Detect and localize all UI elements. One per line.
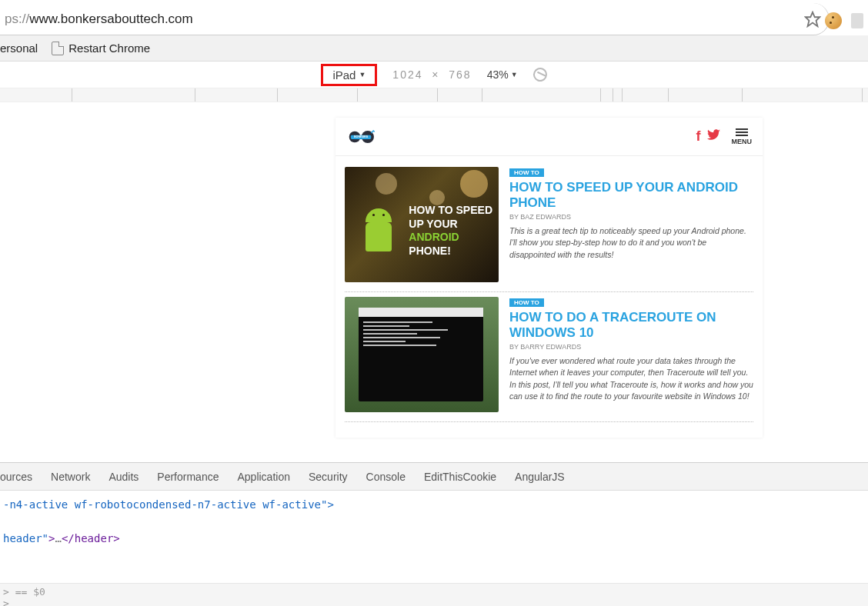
article-author: BY BARRY EDWARDS	[509, 343, 753, 351]
article-title[interactable]: HOW TO SPEED UP YOUR ANDROID PHONE	[509, 180, 753, 210]
bookmark-personal[interactable]: ersonal	[0, 42, 38, 55]
menu-button[interactable]: MENU	[732, 128, 753, 145]
extension-icon[interactable]	[851, 13, 863, 28]
site-frame[interactable]: BONKERS f MENU	[336, 118, 763, 438]
svg-marker-0	[806, 12, 820, 25]
device-selector[interactable]: iPad▼	[321, 64, 377, 86]
ruler	[0, 88, 868, 102]
twitter-icon[interactable]	[707, 128, 721, 142]
url-text[interactable]: ps://www.bonkersabouttech.com	[0, 12, 804, 27]
site-header: BONKERS f MENU	[336, 118, 763, 156]
tab-network[interactable]: Network	[51, 471, 90, 483]
bookmark-restart-chrome[interactable]: Restart Chrome	[52, 42, 150, 55]
article-excerpt: If you've ever wondered what route your …	[509, 355, 753, 402]
hamburger-icon	[736, 128, 748, 136]
devtools-tabs: ources Network Audits Performance Applic…	[0, 463, 868, 491]
devtools-breadcrumb[interactable]: > == $0 >	[0, 583, 868, 606]
article-excerpt: This is a great tech tip to noticeably s…	[509, 225, 753, 261]
zoom-selector[interactable]: 43%▼	[487, 68, 518, 81]
tab-angularjs[interactable]: AngularJS	[515, 471, 565, 483]
article-thumbnail[interactable]: HOW TO SPEED UP YOUR ANDROID PHONE!	[345, 167, 499, 282]
tab-application[interactable]: Application	[237, 471, 290, 483]
devtools-panel: ources Network Audits Performance Applic…	[0, 462, 868, 606]
tab-editthiscookie[interactable]: EditThisCookie	[424, 471, 496, 483]
category-badge[interactable]: HOW TO	[509, 168, 544, 177]
tab-audits[interactable]: Audits	[108, 471, 139, 483]
preview-area: BONKERS f MENU	[0, 102, 868, 462]
tab-sources[interactable]: ources	[0, 471, 32, 483]
facebook-icon[interactable]: f	[696, 128, 701, 145]
tab-security[interactable]: Security	[309, 471, 348, 483]
rotate-icon[interactable]	[531, 65, 549, 83]
tab-performance[interactable]: Performance	[157, 471, 219, 483]
chevron-down-icon: ▼	[359, 71, 366, 78]
chevron-down-icon: ▼	[511, 71, 518, 78]
article-card: HOW TO SPEED UP YOUR ANDROID PHONE! HOW …	[345, 162, 753, 292]
article-card: HOW TO HOW TO DO A TRACEROUTE ON WINDOWS…	[345, 292, 753, 422]
devtools-elements-body[interactable]: -n4-active wf-robotocondensed-n7-active …	[0, 491, 868, 583]
star-icon[interactable]	[804, 11, 821, 28]
bookmarks-bar: ersonal Restart Chrome	[0, 35, 868, 62]
svg-text:BONKERS: BONKERS	[354, 135, 369, 138]
category-badge[interactable]: HOW TO	[509, 298, 544, 307]
page-icon	[52, 42, 64, 55]
article-title[interactable]: HOW TO DO A TRACEROUTE ON WINDOWS 10	[509, 310, 753, 340]
cookie-extension-icon[interactable]	[825, 12, 842, 29]
viewport-dimensions[interactable]: 1024 × 768	[392, 68, 471, 81]
article-thumbnail[interactable]	[345, 297, 499, 412]
address-bar[interactable]: ps://www.bonkersabouttech.com	[0, 3, 830, 35]
device-toolbar: iPad▼ 1024 × 768 43%▼	[0, 62, 868, 88]
article-author: BY BAZ EDWARDS	[509, 213, 753, 221]
tab-console[interactable]: Console	[366, 471, 406, 483]
site-logo[interactable]: BONKERS	[346, 128, 380, 146]
